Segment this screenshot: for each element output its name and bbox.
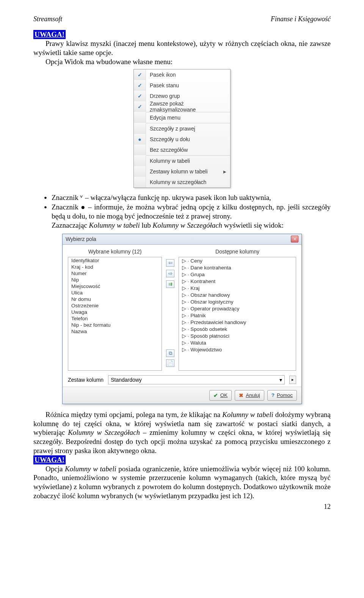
menu-item[interactable]: ✓Zawsze pokaż zmaksymalizowane xyxy=(134,101,230,112)
page-number: 12 xyxy=(33,503,331,511)
menu-item-label: Pasek ikon xyxy=(146,72,230,78)
paragraph: Zaznaczając Kolumny w tabeli lub Kolumny… xyxy=(52,221,331,230)
left-list-header: Wybrane kolumny (12) xyxy=(68,249,162,255)
copy-icon[interactable]: ⧉ xyxy=(166,349,174,357)
list-item: Znacznik ᵛ – włącza/wyłącza funkcję np. … xyxy=(44,193,331,202)
check-icon: ✓ xyxy=(134,91,146,101)
menu-item-label: Szczegóły z prawej xyxy=(146,126,230,132)
move-right-icon[interactable]: ⇨ xyxy=(166,270,174,277)
selected-columns-list[interactable]: IdentyfikatorKraj - kodNumerNipMiejscowo… xyxy=(68,257,162,371)
dialog-body: Wybrane kolumny (12) Dostępne kolumny Id… xyxy=(63,245,301,387)
available-columns-list[interactable]: ▷ · Ceny▷ · Dane kontrahenta▷ · Grupa▷ ·… xyxy=(179,257,296,371)
list-item[interactable]: ▷ · Operator prowadzący xyxy=(179,305,296,312)
menu-item[interactable]: ✓Pasek stanu xyxy=(134,80,230,91)
close-icon[interactable]: ✕ xyxy=(291,236,298,242)
transfer-buttons: ⇦ ⇨ ⇉ ⧉ 📄 xyxy=(162,257,179,371)
warning-label: UWAGA! xyxy=(33,455,331,464)
page-header: Streamsoft Finanse i Księgowość xyxy=(33,15,331,23)
list-item[interactable]: Nip - bez formatu xyxy=(68,322,162,328)
ok-button[interactable]: ✔OK xyxy=(209,390,232,401)
menu-item[interactable]: Edycja menu xyxy=(134,112,230,123)
list-item[interactable]: Numer xyxy=(68,270,162,277)
list-item[interactable]: Nr domu xyxy=(68,296,162,302)
menu-item[interactable]: ✓Drzewo grup xyxy=(134,91,230,101)
list-item[interactable]: Identyfikator xyxy=(68,257,162,264)
list-item[interactable]: Miejscowość xyxy=(68,283,162,290)
check-icon: ✓ xyxy=(134,101,146,112)
list-item[interactable]: Ulica xyxy=(68,290,162,296)
column-set-select[interactable]: Standardowy ▾ xyxy=(108,375,285,384)
list-item[interactable]: ▷ · Obszar logistyczny xyxy=(179,298,296,305)
menu-item-label: Zawsze pokaż zmaksymalizowane xyxy=(146,101,230,113)
context-menu: ✓Pasek ikon✓Pasek stanu✓Drzewo grup✓Zaws… xyxy=(133,69,231,188)
list-item[interactable]: ▷ · Przedstawiciel handlowy xyxy=(179,319,296,326)
paste-icon[interactable]: 📄 xyxy=(166,359,174,367)
list-item[interactable]: ▷ · Waluta xyxy=(179,339,296,346)
paragraph: Opcja Widok ma wbudowane własne menu: xyxy=(33,57,331,66)
menu-item-label: Edycja menu xyxy=(146,115,230,121)
cancel-icon: ✖ xyxy=(239,392,243,398)
list-item[interactable]: ▷ · Województwo xyxy=(179,346,296,353)
menu-item[interactable]: Kolumny w szczegółach xyxy=(134,177,230,187)
check-icon: ✓ xyxy=(134,80,146,91)
dialog-title: Wybierz pola xyxy=(66,236,96,242)
document-page: Streamsoft Finanse i Księgowość UWAGA! P… xyxy=(0,0,364,522)
right-list-header: Dostępne kolumny xyxy=(179,249,296,255)
menu-item-label: Szczegóły u dołu xyxy=(146,136,230,142)
list-item[interactable]: Kraj - kod xyxy=(68,264,162,270)
move-left-icon[interactable]: ⇦ xyxy=(166,259,174,267)
emphasis: Kolumny w Szczegółach xyxy=(68,428,140,436)
list-item[interactable]: ▷ · Sposób odsetek xyxy=(179,326,296,332)
bullet-list: Znacznik ᵛ – włącza/wyłącza funkcję np. … xyxy=(44,193,331,221)
list-item[interactable]: ▷ · Ceny xyxy=(179,257,296,264)
paragraph: Prawy klawisz myszki (inaczej menu konte… xyxy=(33,39,331,57)
paragraph: Różnica między tymi opcjami, polega na t… xyxy=(33,410,331,455)
column-picker-dialog: Wybierz pola ✕ Wybrane kolumny (12) Dost… xyxy=(62,234,302,404)
dialog-titlebar: Wybierz pola ✕ xyxy=(63,234,301,245)
list-item[interactable]: Telefon xyxy=(68,315,162,322)
help-button[interactable]: ?Pomoc xyxy=(267,390,297,401)
paragraph: Opcja Kolumny w tabeli posiada ogranicze… xyxy=(33,464,331,500)
header-right: Finanse i Księgowość xyxy=(271,15,331,23)
menu-item-label: Pasek stanu xyxy=(146,82,230,88)
dialog-footer: ✔OK ✖Anuluj ?Pomoc xyxy=(63,387,301,404)
menu-item[interactable]: Kolumny w tabeli xyxy=(134,156,230,166)
list-item[interactable]: ▷ · Kontrahent xyxy=(179,278,296,285)
cancel-button[interactable]: ✖Anuluj xyxy=(235,390,264,401)
chevron-down-icon: ▾ xyxy=(279,377,282,383)
menu-item-label: Bez szczegółów xyxy=(146,147,230,153)
list-item[interactable]: ▷ · Sposób płatności xyxy=(179,332,296,339)
help-icon: ? xyxy=(271,392,275,398)
next-set-button[interactable]: ▸ xyxy=(289,376,296,384)
list-item[interactable]: ▷ · Grupa xyxy=(179,271,296,278)
list-item[interactable]: Uwaga xyxy=(68,309,162,315)
list-item[interactable]: ▷ · Płatnik xyxy=(179,312,296,319)
check-icon: ✓ xyxy=(134,69,146,80)
menu-item-label: Zestawy kolumn w tabeli xyxy=(146,168,223,175)
column-set-row: Zestaw kolumn Standardowy ▾ ▸ xyxy=(68,375,296,384)
menu-item-label: Kolumny w tabeli xyxy=(146,158,230,164)
menu-item-label: Kolumny w szczegółach xyxy=(146,179,230,185)
header-left: Streamsoft xyxy=(33,15,62,23)
list-item[interactable]: ▷ · Dane kontrahenta xyxy=(179,264,296,271)
radio-dot-icon: ● xyxy=(134,134,146,145)
emphasis: Kolumny w tabeli xyxy=(222,411,273,419)
list-item[interactable]: Ostrzeżenie xyxy=(68,302,162,309)
submenu-arrow-icon: ▶ xyxy=(223,170,230,174)
check-icon: ✔ xyxy=(213,392,218,398)
emphasis: Kolumny w tabeli xyxy=(65,465,116,473)
list-item[interactable]: Nip xyxy=(68,277,162,283)
menu-item[interactable]: ✓Pasek ikon xyxy=(134,69,230,80)
menu-item[interactable]: Zestawy kolumn w tabeli▶ xyxy=(134,166,230,177)
list-item: Znacznik ● – informuje, że można wybrać … xyxy=(44,203,331,221)
menu-item[interactable]: Bez szczegółów xyxy=(134,145,230,155)
move-all-right-icon[interactable]: ⇉ xyxy=(166,280,174,288)
list-item[interactable]: ▷ · Obszar handlowy xyxy=(179,291,296,298)
list-item[interactable]: ▷ · Kraj xyxy=(179,285,296,291)
list-item[interactable]: Nazwa xyxy=(68,328,162,335)
menu-item[interactable]: ●Szczegóły u dołu xyxy=(134,134,230,145)
warning-label: UWAGA! xyxy=(33,30,331,39)
set-label: Zestaw kolumn xyxy=(68,377,104,383)
menu-item[interactable]: Szczegóły z prawej xyxy=(134,123,230,134)
menu-item-label: Drzewo grup xyxy=(146,93,230,99)
